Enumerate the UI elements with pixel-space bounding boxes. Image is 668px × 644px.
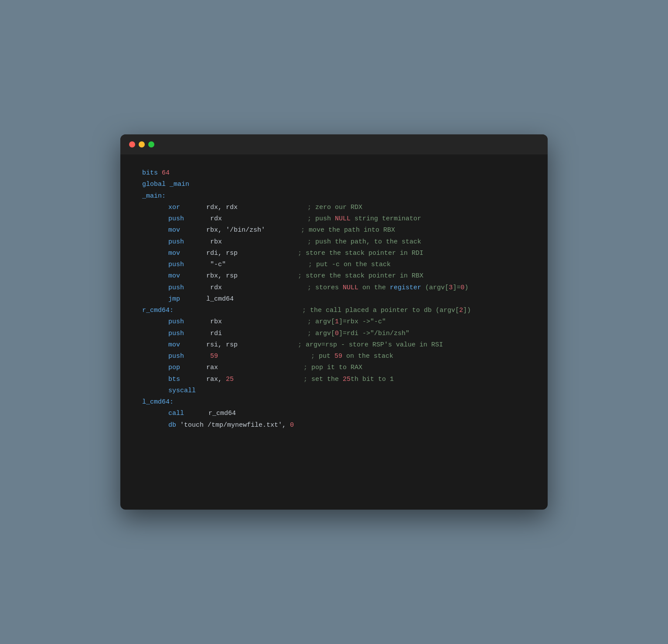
num-highlight2: 0	[460, 282, 464, 294]
code-line: syscall	[142, 385, 526, 397]
register-highlight: register	[390, 282, 421, 294]
code-line: call r_cmd64	[142, 408, 526, 419]
comment-text: put	[319, 351, 334, 362]
code-editor: bits 64 global _main _main: xor rdx, rdx…	[120, 154, 548, 453]
mnemonic: push	[168, 213, 184, 225]
comment-semi: ;	[298, 271, 306, 282]
comment-text: ]=rbx ->"-c"	[339, 316, 386, 328]
mnemonic: mov	[168, 271, 180, 282]
comment-text: set the	[311, 374, 343, 385]
comment-text: argv=rsp - store RSP's value in RSI	[306, 339, 443, 351]
db-terminator: 0	[290, 420, 294, 431]
comment-semi: ;	[301, 225, 309, 236]
code-line: push rdi ; argv[0]=rdi ->"/bin/zsh"	[142, 328, 526, 339]
operands-number: 25	[226, 374, 234, 385]
comment-text: push the path, to the stack	[315, 236, 421, 248]
code-line: push rdx ; push NULL string terminator	[142, 213, 526, 225]
comment-text: string terminator	[351, 213, 421, 225]
comment-semi: ;	[307, 202, 315, 213]
comment-text: argv[	[315, 328, 335, 339]
number: 64	[162, 168, 170, 179]
operands: r_cmd64	[208, 408, 236, 419]
minimize-button[interactable]	[139, 141, 145, 147]
mnemonic: push	[168, 316, 184, 328]
code-line: _main:	[142, 191, 526, 202]
mnemonic: jmp	[168, 294, 180, 305]
operands: rdi	[210, 328, 222, 339]
operands-number: 59	[210, 351, 218, 362]
comment-semi: ;	[311, 351, 319, 362]
comment-semi: ;	[307, 316, 315, 328]
comment-text: store the stack pointer in RDI	[306, 248, 423, 259]
operands: rdx	[210, 213, 222, 225]
operands: l_cmd64	[206, 294, 234, 305]
comment-text: push	[315, 213, 335, 225]
comment-text: )	[464, 282, 468, 294]
code-line: pop rax ; pop it to RAX	[142, 362, 526, 373]
mnemonic: pop	[168, 362, 180, 373]
comment-text: ]=rdi ->"/bin/zsh"	[339, 328, 409, 339]
mnemonic: call	[168, 408, 184, 419]
num-highlight: 59	[334, 351, 342, 362]
comment-semi: ;	[303, 374, 311, 385]
comment-semi: ;	[308, 259, 316, 271]
comment-text: put -c on the stack	[316, 259, 391, 271]
label-name: l_cmd64:	[142, 397, 174, 408]
code-line: global _main	[142, 179, 526, 190]
label-name: r_cmd64:	[142, 305, 174, 316]
comment-text: on the	[358, 282, 390, 294]
mnemonic: mov	[168, 248, 180, 259]
comment-semi: ;	[298, 248, 306, 259]
code-line: push "-c" ; put -c on the stack	[142, 259, 526, 271]
comment-text: th bit to 1	[351, 374, 394, 385]
comment-text: argv[	[315, 316, 335, 328]
operands: rdx, rdx	[206, 202, 238, 213]
comment-text: pop it to RAX	[311, 362, 362, 373]
label-name: _main:	[142, 191, 166, 202]
keyword: bits	[142, 168, 162, 179]
comment-semi: ;	[302, 305, 310, 316]
num-highlight: 2	[459, 305, 463, 316]
db-string: 'touch /tmp/mynewfile.txt',	[180, 420, 290, 431]
mnemonic: mov	[168, 225, 180, 236]
comment-semi: ;	[307, 236, 315, 248]
titlebar	[120, 134, 548, 154]
comment-text: move the path into RBX	[309, 225, 395, 236]
comment-text: store the stack pointer in RBX	[306, 271, 423, 282]
comment-semi: ;	[307, 282, 315, 294]
mnemonic: push	[168, 351, 184, 362]
close-button[interactable]	[129, 141, 135, 147]
code-line: push rdx ; stores NULL on the register (…	[142, 282, 526, 294]
num-highlight: 3	[449, 282, 453, 294]
num-highlight: 25	[343, 374, 351, 385]
code-line: mov rbx, rsp ; store the stack pointer i…	[142, 271, 526, 282]
mnemonic: push	[168, 236, 184, 248]
code-line: jmp l_cmd64	[142, 294, 526, 305]
comment-semi: ;	[307, 213, 315, 225]
code-line: l_cmd64:	[142, 397, 526, 408]
null-keyword: NULL	[335, 213, 351, 225]
operands: rsi, rsp	[206, 339, 238, 351]
code-line: db 'touch /tmp/mynewfile.txt', 0	[142, 420, 526, 431]
maximize-button[interactable]	[148, 141, 154, 147]
operands: rax	[206, 362, 218, 373]
comment-text: on the stack	[342, 351, 393, 362]
mnemonic: push	[168, 328, 184, 339]
code-line: mov rbx, '/bin/zsh' ; move the path into…	[142, 225, 526, 236]
operands: rbx	[210, 316, 222, 328]
mnemonic: mov	[168, 339, 180, 351]
code-line: mov rsi, rsp ; argv=rsp - store RSP's va…	[142, 339, 526, 351]
operands: rdx	[210, 282, 222, 294]
code-line: push rbx ; argv[1]=rbx ->"-c"	[142, 316, 526, 328]
num-highlight: 0	[335, 328, 339, 339]
comment-text: (argv[	[421, 282, 449, 294]
comment-semi: ;	[298, 339, 306, 351]
mnemonic: push	[168, 282, 184, 294]
code-line: xor rdx, rdx ; zero our RDX	[142, 202, 526, 213]
comment-text: stores	[315, 282, 343, 294]
mnemonic: bts	[168, 374, 180, 385]
comment-text: ]=	[453, 282, 460, 294]
operands: rdi, rsp	[206, 248, 238, 259]
mnemonic: db	[168, 420, 180, 431]
operands: rbx	[210, 236, 222, 248]
